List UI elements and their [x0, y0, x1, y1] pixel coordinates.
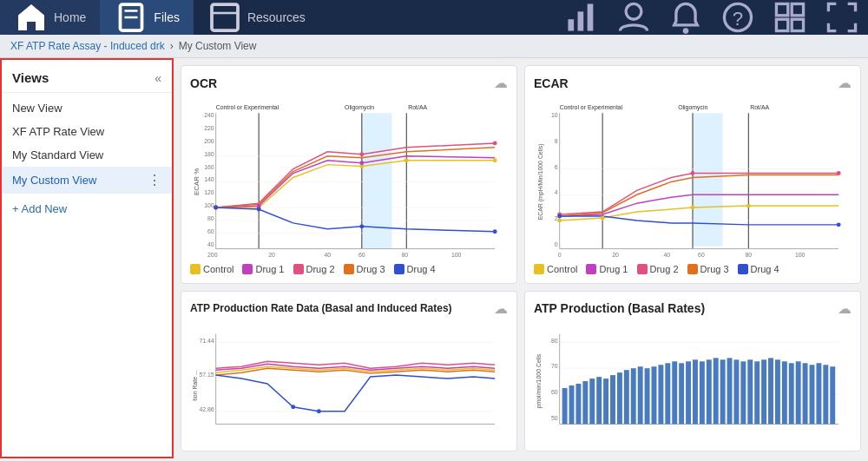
svg-text:0: 0 — [555, 241, 558, 247]
legend-drug1: Drug 1 — [242, 264, 284, 274]
sidebar-item-standard-view[interactable]: My Standard View — [2, 143, 172, 167]
ocr-legend: Control Drug 1 Drug 2 Drug 3 Drug 4 — [190, 264, 508, 274]
sidebar-item-new-view[interactable]: New View — [2, 96, 172, 120]
svg-text:6: 6 — [555, 164, 558, 170]
svg-rect-134 — [645, 368, 650, 424]
atp-basal-chart-card: ATP Production (Basal Rates) ☁ 80 70 60 … — [524, 291, 861, 451]
ecar-legend-drug3: Drug 3 — [687, 264, 729, 274]
atp-basal-chart-area: 80 70 60 50 pmol/min/1000 Cells — [534, 320, 852, 442]
svg-text:40: 40 — [207, 241, 214, 247]
ecar-chart-area: ECAR (mpH/Min/1000 Cells) 10 8 6 4 2 0 — [534, 95, 852, 260]
ocr-chart-card: OCR ☁ ECAR % 240 220 200 180 160 140 120… — [181, 65, 517, 284]
nav-notification-btn[interactable] — [660, 0, 712, 35]
svg-rect-14 — [776, 19, 787, 30]
svg-rect-5 — [568, 19, 574, 30]
svg-rect-146 — [727, 358, 733, 424]
svg-text:ECAR %: ECAR % — [193, 168, 201, 195]
svg-rect-145 — [720, 359, 726, 424]
breadcrumb: XF ATP Rate Assay - Induced drk › My Cus… — [0, 35, 868, 58]
legend-control: Control — [190, 264, 233, 274]
sidebar-item-custom-view[interactable]: My Custom View ⋮ — [2, 167, 172, 194]
atp-basal-cloud-icon[interactable]: ☁ — [838, 300, 852, 317]
svg-text:200: 200 — [204, 138, 214, 144]
ecar-legend-drug1: Drug 1 — [586, 264, 628, 274]
legend-drug1-color — [242, 264, 253, 274]
resources-icon — [207, 0, 242, 35]
atp-basal-chart-header: ATP Production (Basal Rates) ☁ — [534, 300, 852, 317]
svg-text:160: 160 — [204, 164, 214, 170]
svg-rect-153 — [775, 359, 780, 424]
svg-text:57.15: 57.15 — [199, 372, 214, 378]
nav-resources[interactable]: Resources — [194, 0, 319, 35]
ecar-chart-header: ECAR ☁ — [534, 75, 852, 91]
legend-drug4: Drug 4 — [394, 264, 436, 274]
svg-rect-133 — [638, 366, 643, 424]
content-grid: OCR ☁ ECAR % 240 220 200 180 160 140 120… — [174, 58, 868, 458]
legend-control-color — [190, 264, 201, 274]
svg-rect-124 — [575, 384, 581, 424]
svg-text:4: 4 — [555, 189, 558, 195]
svg-text:Oligomycin: Oligomycin — [345, 104, 374, 111]
sidebar: Views « New View XF ATP Rate View My Sta… — [0, 58, 174, 458]
svg-text:8: 8 — [555, 138, 558, 144]
nav-home[interactable]: Home — [0, 0, 100, 35]
atp-basal-svg: 80 70 60 50 pmol/min/1000 Cells — [534, 320, 852, 442]
svg-point-46 — [404, 158, 409, 162]
sidebar-item-atp-rate-view[interactable]: XF ATP Rate View — [2, 120, 172, 143]
svg-text:80: 80 — [745, 252, 752, 258]
svg-rect-135 — [652, 366, 657, 424]
svg-point-56 — [359, 224, 364, 228]
sidebar-header: Views « — [2, 67, 172, 93]
svg-text:60: 60 — [551, 389, 558, 395]
sidebar-title: Views — [12, 70, 49, 85]
svg-point-53 — [493, 141, 497, 145]
nav-expand-btn[interactable] — [816, 0, 868, 35]
sidebar-add-new[interactable]: + Add New — [2, 197, 172, 221]
svg-rect-148 — [740, 361, 746, 424]
ecar-chart-card: ECAR ☁ ECAR (mpH/Min/1000 Cells) 10 8 6 … — [524, 65, 861, 284]
svg-point-109 — [291, 405, 295, 409]
svg-rect-142 — [700, 361, 705, 424]
nav-chart-icon-btn[interactable] — [556, 0, 608, 35]
ecar-cloud-icon[interactable]: ☁ — [838, 75, 852, 91]
svg-text:Control or Experimental: Control or Experimental — [560, 104, 623, 111]
svg-rect-151 — [761, 359, 766, 424]
top-navigation: Home Files Resources ? — [0, 0, 868, 35]
chart-icon — [564, 0, 599, 35]
breadcrumb-parent[interactable]: XF ATP Rate Assay - Induced drk — [10, 40, 165, 52]
breadcrumb-current: My Custom View — [179, 40, 257, 52]
svg-point-47 — [493, 158, 497, 162]
svg-rect-127 — [596, 377, 602, 424]
svg-rect-128 — [603, 379, 608, 424]
svg-text:80: 80 — [551, 337, 558, 343]
svg-text:Oligomycin: Oligomycin — [678, 104, 707, 111]
atp-rate-chart-card: ATP Production Rate Data (Basal and Indu… — [181, 291, 517, 451]
ecar-chart-title: ECAR — [534, 76, 569, 90]
svg-text:42.86: 42.86 — [199, 406, 214, 412]
ocr-cloud-icon[interactable]: ☁ — [494, 75, 508, 91]
nav-files-label: Files — [154, 10, 180, 24]
nav-help-btn[interactable]: ? — [712, 0, 764, 35]
svg-text:Rot/AA: Rot/AA — [408, 104, 427, 110]
nav-files[interactable]: Files — [100, 0, 194, 35]
svg-rect-144 — [713, 358, 719, 424]
atp-rate-cloud-icon[interactable]: ☁ — [494, 300, 508, 317]
nav-grid-btn[interactable] — [764, 0, 816, 35]
legend-drug2-color — [293, 264, 304, 274]
svg-rect-132 — [631, 368, 636, 424]
svg-text:60: 60 — [207, 228, 214, 234]
svg-point-57 — [493, 229, 497, 234]
nav-user-btn[interactable] — [608, 0, 660, 35]
svg-rect-147 — [733, 359, 739, 424]
bell-icon — [668, 0, 703, 35]
svg-text:180: 180 — [204, 151, 214, 157]
legend-drug4-color — [394, 264, 404, 274]
svg-text:50: 50 — [551, 414, 558, 420]
svg-rect-140 — [686, 361, 691, 424]
sidebar-collapse-btn[interactable]: « — [155, 71, 161, 85]
grid-icon — [773, 0, 807, 35]
svg-rect-159 — [816, 363, 821, 424]
svg-text:100: 100 — [204, 202, 214, 208]
main-layout: Views « New View XF ATP Rate View My Sta… — [0, 58, 868, 458]
three-dots-icon[interactable]: ⋮ — [148, 172, 161, 188]
